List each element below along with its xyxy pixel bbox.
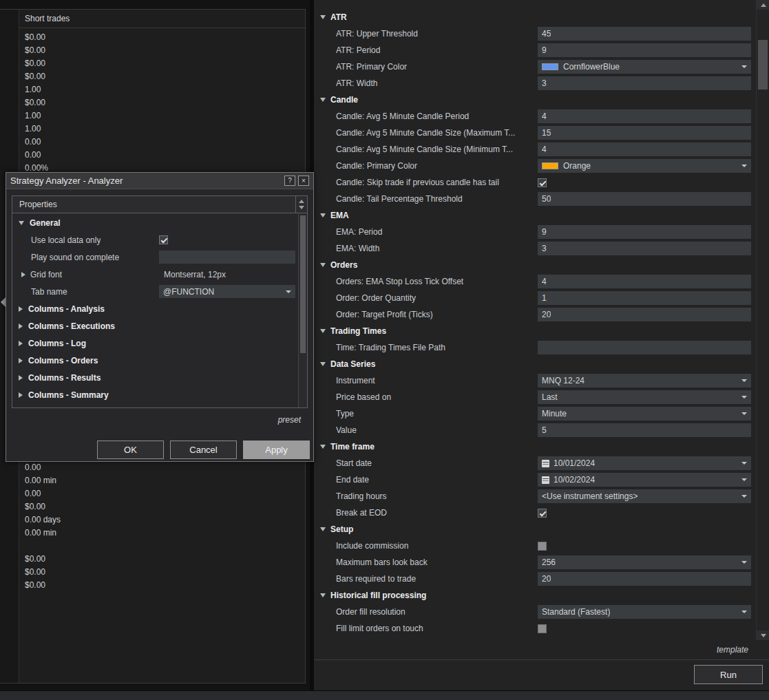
result-value [19,540,305,553]
row-control-area [159,251,295,264]
section-header-historical-fill-processing[interactable]: Historical fill processing [314,587,756,604]
bars-required-to-trade-input[interactable]: 20 [538,572,751,586]
order-fill-resolution-dropdown[interactable]: Standard (Fastest) [538,605,751,619]
cancel-button[interactable]: Cancel [170,441,237,459]
section-header-orders[interactable]: Orders [314,257,756,273]
maximum-bars-look-back-dropdown[interactable]: 256 [538,555,751,569]
property-spinner-buttons[interactable] [295,196,307,213]
triangle-down-icon [761,634,766,637]
candle-avg-5-minute-candle-size-minimum-t-input[interactable]: 4 [538,142,751,156]
result-value: $0.00 [19,96,305,109]
start-date-dropdown[interactable]: 10/01/2024 [538,456,751,470]
properties-header[interactable]: Properties [12,196,307,213]
ok-button[interactable]: OK [97,441,164,459]
price-based-on-dropdown[interactable]: Last [538,390,751,404]
help-button[interactable]: ? [284,176,295,186]
close-button[interactable]: × [298,176,309,186]
apply-button[interactable]: Apply [243,441,310,459]
candle-avg-5-minute-candle-size-maximum-t-input[interactable]: 15 [538,126,751,140]
order-order-quantity-input[interactable]: 1 [538,291,751,305]
section-header-candle[interactable]: Candle [314,92,756,108]
settings-scrollbar[interactable] [756,0,769,640]
settings-row: Value5 [314,422,756,438]
tree-section-columns-orders[interactable]: Columns - Orders [12,352,297,369]
result-value: $0.00 [19,579,305,592]
row-control-area: 256 [538,555,751,569]
scrollbar-thumb[interactable] [300,215,306,353]
dialog-titlebar[interactable]: Strategy Analyzer - Analyzer ? × [6,173,313,189]
order-target-profit-ticks-input[interactable]: 20 [538,308,751,321]
include-commission-checkbox[interactable] [538,542,547,551]
value-input[interactable]: 5 [538,423,751,437]
section-header-setup[interactable]: Setup [314,521,756,538]
tree-section-columns-log[interactable]: Columns - Log [12,335,297,352]
time-trading-times-file-path-input[interactable] [538,341,751,354]
tree-section-general[interactable]: General [12,214,297,231]
row-label: Orders: EMA Stop Loss Tick Offset [336,273,536,290]
candle-skip-trade-if-previous-candle-has-tail-checkbox[interactable] [538,178,547,187]
instrument-dropdown[interactable]: MNQ 12-24 [538,374,751,388]
scrollbar-thumb[interactable] [758,40,768,89]
field-value: <Use instrument settings> [542,491,638,501]
play-sound-on-complete-input[interactable] [159,251,295,264]
atr-upper-threshold-input[interactable]: 45 [538,27,751,41]
trading-hours-dropdown[interactable]: <Use instrument settings> [538,489,751,503]
ema-width-input[interactable]: 3 [538,242,751,255]
field-value: 10/01/2024 [554,458,595,468]
template-link[interactable]: template [717,645,748,655]
settings-row: Bars required to trade20 [314,571,756,587]
break-at-eod-checkbox[interactable] [538,509,547,518]
scroll-up-button[interactable] [757,0,769,10]
settings-row: Order: Order Quantity1 [314,290,756,306]
section-header-data-series[interactable]: Data Series [314,356,756,372]
atr-primary-color-dropdown[interactable]: CornflowerBlue [538,60,751,74]
section-header-ema[interactable]: EMA [314,207,756,224]
preset-link[interactable]: preset [278,415,301,425]
tree-scrollbar[interactable] [298,214,307,407]
fill-limit-orders-on-touch-checkbox[interactable] [538,624,547,633]
row-label: Candle: Skip trade if previous candle ha… [336,174,536,191]
row-control-area: 9 [538,225,751,239]
end-date-dropdown[interactable]: 10/02/2024 [538,473,751,487]
field-value: Orange [563,161,591,171]
section-header-time-frame[interactable]: Time frame [314,438,756,455]
orders-ema-stop-loss-tick-offset-input[interactable]: 4 [538,275,751,288]
chevron-right-icon [19,324,23,329]
candle-primary-color-dropdown[interactable]: Orange [538,159,751,173]
field-value: 1 [542,293,547,303]
row-control-area: 4 [538,109,751,123]
atr-period-input[interactable]: 9 [538,43,751,57]
ema-period-input[interactable]: 9 [538,225,751,239]
field-value: 20 [542,310,551,319]
section-title: Historical fill processing [330,591,426,600]
type-dropdown[interactable]: Minute [538,407,751,421]
tree-section-columns-summary[interactable]: Columns - Summary [12,386,297,403]
tree-section-columns-executions[interactable]: Columns - Executions [12,317,297,335]
run-button[interactable]: Run [694,665,763,684]
chevron-down-icon [741,561,747,564]
chevron-down-icon [320,593,326,597]
atr-width-input[interactable]: 3 [538,76,751,90]
field-value: Standard (Fastest) [542,607,610,617]
row-control-area: <Use instrument settings> [538,489,751,503]
dialog-buttons: OK Cancel Apply [6,441,310,459]
short-trades-column-header[interactable]: Short trades [19,10,305,28]
section-header-trading-times[interactable]: Trading Times [314,323,756,339]
properties-label: Properties [12,200,295,209]
row-control-area: MNQ 12-24 [538,374,751,388]
candle-avg-5-minute-candle-period-input[interactable]: 4 [538,109,751,123]
section-header-atr[interactable]: ATR [314,9,756,25]
use-local-data-only-checkbox[interactable] [159,235,168,244]
field-value: 10/02/2024 [554,475,595,485]
tab-name-dropdown[interactable]: @FUNCTION [159,285,295,298]
tree-section-columns-results[interactable]: Columns - Results [12,369,297,386]
scroll-down-button[interactable] [757,630,769,640]
tree-section-columns-trades[interactable]: Columns - Trades [12,403,297,407]
collapse-arrow-icon[interactable] [1,297,6,307]
field-value: 4 [542,277,547,286]
tree-section-columns-analysis[interactable]: Columns - Analysis [12,300,297,317]
row-label: ATR: Width [336,75,536,92]
settings-row: Candle: Avg 5 Minute Candle Size (Maximu… [314,125,756,141]
candle-tail-percentage-threshold-input[interactable]: 50 [538,192,751,206]
chevron-down-icon [320,263,326,267]
